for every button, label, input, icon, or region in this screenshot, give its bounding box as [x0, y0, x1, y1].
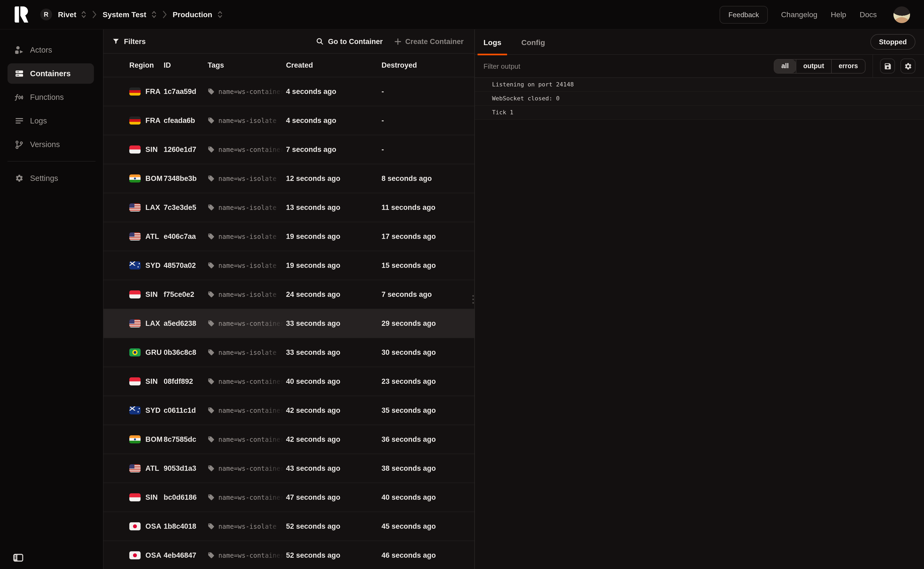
status-badge: Stopped — [870, 34, 915, 50]
log-line: WebSocket closed: 0 — [475, 92, 924, 106]
chevron-right-icon — [92, 11, 97, 18]
destroyed-at: 38 seconds ago — [381, 464, 474, 472]
table-row[interactable]: OSA 1b8c4018 name=ws-isolate 52 seconds … — [103, 512, 474, 541]
user-avatar[interactable] — [894, 6, 910, 23]
tag-value: name=ws-container — [218, 465, 284, 472]
region-code: FRA — [146, 117, 161, 125]
tag-icon — [208, 436, 215, 443]
top-link-help[interactable]: Help — [831, 10, 847, 19]
table-row[interactable]: LAX 7c3e3de5 name=ws-isolate 13 seconds … — [103, 193, 474, 222]
filters-button[interactable]: Filters — [112, 37, 146, 46]
container-id: 1b8c4018 — [164, 522, 208, 530]
table-row[interactable]: ATL e406c7aa name=ws-isolate 19 seconds … — [103, 222, 474, 251]
table-row[interactable]: OSA 4eb46847 name=ws-container 52 second… — [103, 541, 474, 569]
tag-value: name=ws-isolate — [218, 233, 277, 240]
sidebar-item-label: Containers — [30, 69, 71, 78]
feedback-button[interactable]: Feedback — [720, 6, 768, 23]
sidebar-item-logs[interactable]: Logs — [8, 111, 94, 131]
sidebar-divider — [8, 161, 96, 161]
table-row[interactable]: SIN f75ce0e2 name=ws-isolate 24 seconds … — [103, 280, 474, 309]
destroyed-at: 45 seconds ago — [381, 522, 474, 530]
table-row[interactable]: BOM 8c7585dc name=ws-container 42 second… — [103, 425, 474, 454]
breadcrumb-item-rivet[interactable]: R Rivet — [40, 9, 86, 20]
sidebar-item-functions[interactable]: Functions — [8, 87, 94, 107]
sidebar-item-actors[interactable]: Actors — [8, 40, 94, 60]
region-flag-icon — [129, 493, 141, 501]
table-header: Region ID Tags Created Destroyed — [103, 54, 474, 77]
table-row[interactable]: SYD 48570a02 name=ws-isolate 19 seconds … — [103, 251, 474, 280]
tag-value: name=ws-container — [218, 146, 284, 153]
top-link-changelog[interactable]: Changelog — [781, 10, 817, 19]
region-flag-icon — [129, 551, 141, 559]
created-at: 33 seconds ago — [286, 319, 381, 327]
logs-icon — [15, 117, 24, 125]
tab-logs[interactable]: Logs — [478, 29, 507, 55]
go-to-container-button[interactable]: Go to Container — [316, 37, 382, 46]
log-level-segmented-control: alloutputerrors — [774, 59, 865, 73]
created-at: 4 seconds ago — [286, 117, 381, 125]
filter-option-all[interactable]: all — [774, 59, 796, 73]
region-code: OSA — [146, 522, 161, 530]
table-row[interactable]: SIN 1260e1d7 name=ws-container 7 seconds… — [103, 135, 474, 164]
table-row[interactable]: SYD c0611c1d name=ws-container 42 second… — [103, 396, 474, 425]
region-code: SIN — [146, 493, 158, 501]
region-code: GRU — [146, 348, 162, 356]
region-flag-icon — [129, 377, 141, 385]
top-link-docs[interactable]: Docs — [860, 10, 877, 19]
region-flag-icon — [129, 88, 141, 96]
table-row[interactable]: GRU 0b36c8c8 name=ws-isolate 33 seconds … — [103, 338, 474, 367]
column-header-created: Created — [286, 61, 381, 69]
tag-value: name=ws-container — [218, 377, 284, 385]
breadcrumb-item-production[interactable]: Production — [173, 10, 222, 19]
region-code: SIN — [146, 377, 158, 385]
log-output: Listening on port 24148WebSocket closed:… — [475, 78, 924, 120]
sidebar-collapse-icon[interactable] — [13, 554, 24, 562]
container-id: bc0d6186 — [164, 493, 208, 501]
region-code: SYD — [146, 406, 161, 414]
table-row[interactable]: ATL 9053d1a3 name=ws-container 43 second… — [103, 454, 474, 483]
region-flag-icon — [129, 319, 141, 327]
region-flag-icon — [129, 204, 141, 211]
region-flag-icon — [129, 348, 141, 356]
table-row[interactable]: SIN bc0d6186 name=ws-container 47 second… — [103, 483, 474, 512]
containers-icon — [15, 69, 24, 78]
filter-option-errors[interactable]: errors — [831, 59, 865, 73]
created-at: 42 seconds ago — [286, 435, 381, 443]
table-body: FRA 1c7aa59d name=ws-container 4 seconds… — [103, 77, 474, 569]
created-at: 43 seconds ago — [286, 464, 381, 472]
switcher-chevrons-icon[interactable] — [151, 10, 156, 19]
log-settings-button[interactable] — [900, 58, 915, 73]
filter-option-output[interactable]: output — [796, 59, 831, 73]
save-icon — [883, 62, 892, 70]
top-bar: R Rivet System Test Production Feedbac — [0, 0, 924, 29]
filter-output-input[interactable] — [475, 55, 774, 77]
tag-value: name=ws-container — [218, 319, 284, 327]
sidebar-item-versions[interactable]: Versions — [8, 134, 94, 155]
table-row[interactable]: FRA 1c7aa59d name=ws-container 4 seconds… — [103, 77, 474, 106]
actors-icon — [15, 46, 24, 55]
container-id: 8c7585dc — [164, 435, 208, 443]
sidebar-item-settings[interactable]: Settings — [8, 168, 94, 189]
container-id: 48570a02 — [164, 262, 208, 269]
create-container-button[interactable]: Create Container — [394, 37, 464, 46]
region-code: LAX — [146, 319, 160, 327]
region-code: SYD — [146, 262, 161, 269]
tab-config[interactable]: Config — [515, 29, 551, 55]
region-flag-icon — [129, 262, 141, 269]
table-row[interactable]: SIN 08fdf892 name=ws-container 40 second… — [103, 367, 474, 396]
table-row[interactable]: BOM 7348be3b name=ws-isolate 12 seconds … — [103, 164, 474, 193]
region-flag-icon — [129, 435, 141, 443]
tag-icon — [208, 262, 215, 269]
breadcrumb-item-system-test[interactable]: System Test — [103, 10, 156, 19]
switcher-chevrons-icon[interactable] — [217, 10, 222, 19]
log-line: Listening on port 24148 — [475, 78, 924, 92]
created-at: 42 seconds ago — [286, 406, 381, 414]
table-row[interactable]: LAX a5ed6238 name=ws-container 33 second… — [103, 309, 474, 338]
region-code: LAX — [146, 204, 160, 211]
switcher-chevrons-icon[interactable] — [81, 10, 86, 19]
save-logs-button[interactable] — [880, 58, 895, 73]
tag-icon — [208, 494, 215, 501]
created-at: 24 seconds ago — [286, 291, 381, 298]
table-row[interactable]: FRA cfeada6b name=ws-isolate 4 seconds a… — [103, 106, 474, 135]
sidebar-item-containers[interactable]: Containers — [8, 63, 94, 84]
